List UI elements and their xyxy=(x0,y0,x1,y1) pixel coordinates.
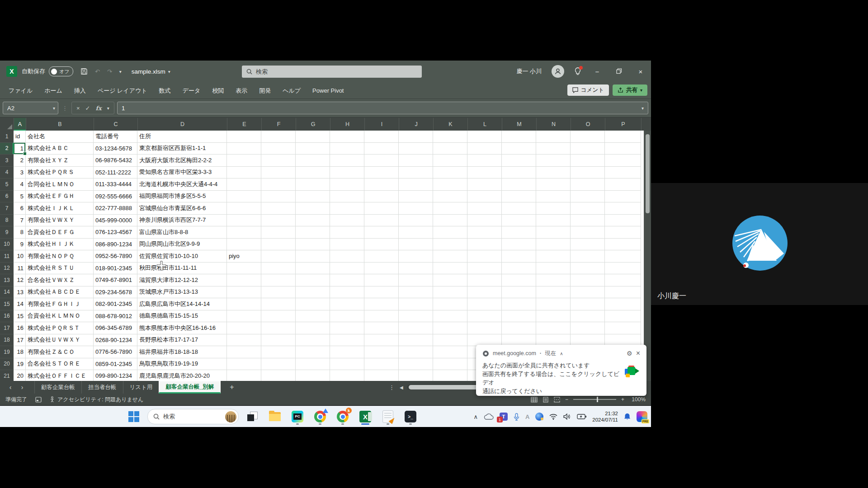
cell-B5[interactable]: 合同会社ＬＭＮＯ xyxy=(26,178,94,191)
edge-sphere-icon[interactable] xyxy=(535,413,543,421)
account-name[interactable]: 慶一 小川 xyxy=(516,67,542,75)
cell-I15[interactable] xyxy=(364,298,399,310)
cell-G13[interactable] xyxy=(296,274,330,286)
cell-H6[interactable] xyxy=(330,191,364,203)
cell-B8[interactable]: 有限会社ＶＷＸＹ xyxy=(26,215,94,227)
cell-L7[interactable] xyxy=(467,202,502,215)
cell-M7[interactable] xyxy=(502,202,536,215)
column-header-L[interactable]: L xyxy=(468,118,502,131)
cell-I4[interactable] xyxy=(364,167,399,179)
cell-C4[interactable]: 052-111-2222 xyxy=(94,167,137,179)
cell-E7[interactable] xyxy=(227,202,261,215)
cell-J4[interactable] xyxy=(399,167,433,179)
column-header-A[interactable]: A xyxy=(14,118,26,131)
cell-C16[interactable]: 088-678-9012 xyxy=(94,310,137,323)
cell-K19[interactable] xyxy=(433,346,467,358)
cell-N4[interactable] xyxy=(536,167,571,179)
cell-F6[interactable] xyxy=(261,191,296,203)
cell-I17[interactable] xyxy=(364,322,399,334)
cell-J16[interactable] xyxy=(399,310,433,323)
cell-I19[interactable] xyxy=(364,346,399,358)
ribbon-tab-1[interactable]: ホーム xyxy=(38,83,68,99)
cell-B16[interactable]: 合資会社ＫＬＭＮＯ xyxy=(26,310,94,323)
cell-E12[interactable] xyxy=(227,263,261,275)
vertical-scrollbar[interactable] xyxy=(644,131,651,381)
row-header-5[interactable]: 5 xyxy=(0,178,14,191)
cell-N17[interactable] xyxy=(536,322,571,334)
cell-B2[interactable]: 株式会社ＡＢＣ xyxy=(26,143,94,155)
cell-N3[interactable] xyxy=(536,155,571,167)
cell-C1[interactable]: 電話番号 xyxy=(94,131,137,143)
hscroll-left-icon[interactable]: ◀ xyxy=(400,385,403,390)
cell-H21[interactable] xyxy=(330,370,364,381)
cell-C7[interactable]: 022-777-8888 xyxy=(94,202,137,215)
column-header-D[interactable]: D xyxy=(138,118,227,131)
cell-J17[interactable] xyxy=(399,322,433,334)
cell-H16[interactable] xyxy=(330,310,364,323)
cell-H3[interactable] xyxy=(330,155,364,167)
cell-O12[interactable] xyxy=(571,263,605,275)
cell-A17[interactable]: 16 xyxy=(14,322,26,334)
cell-A14[interactable]: 13 xyxy=(14,286,26,299)
ime-indicator[interactable]: A xyxy=(525,413,529,420)
cell-K15[interactable] xyxy=(433,298,467,310)
cell-A12[interactable]: 11 xyxy=(14,263,26,275)
cell-P12[interactable] xyxy=(605,263,641,275)
cell-I5[interactable] xyxy=(364,178,399,191)
restore-button[interactable] xyxy=(613,68,625,75)
cell-C17[interactable]: 096-345-6789 xyxy=(94,322,137,334)
row-header-7[interactable]: 7 xyxy=(0,202,14,215)
cell-E18[interactable] xyxy=(227,334,261,347)
cell-K1[interactable] xyxy=(433,131,467,143)
cell-H2[interactable] xyxy=(330,143,364,155)
cell-B17[interactable]: 株式会社ＰＱＲＳＴ xyxy=(26,322,94,334)
cell-I2[interactable] xyxy=(364,143,399,155)
cell-I1[interactable] xyxy=(364,131,399,143)
sheet-nav-left-icon[interactable]: ‹ xyxy=(5,384,16,391)
column-header-C[interactable]: C xyxy=(94,118,138,131)
cell-M8[interactable] xyxy=(502,215,536,227)
cell-D18[interactable]: 長野県松本市17-17-17 xyxy=(137,334,227,347)
cell-G16[interactable] xyxy=(296,310,330,323)
cell-O15[interactable] xyxy=(571,298,605,310)
cell-C10[interactable]: 086-890-1234 xyxy=(94,239,137,251)
cell-D6[interactable]: 福岡県福岡市博多区5-5-5 xyxy=(137,191,227,203)
cell-N2[interactable] xyxy=(536,143,571,155)
cell-L14[interactable] xyxy=(467,286,502,299)
cell-F12[interactable] xyxy=(261,263,296,275)
close-button[interactable]: × xyxy=(635,68,646,75)
cell-P4[interactable] xyxy=(605,167,641,179)
cell-L1[interactable] xyxy=(467,131,502,143)
cell-P11[interactable] xyxy=(605,250,641,263)
cell-D3[interactable]: 大阪府大阪市北区梅田2-2-2 xyxy=(137,155,227,167)
cell-I6[interactable] xyxy=(364,191,399,203)
cell-M16[interactable] xyxy=(502,310,536,323)
cell-A10[interactable]: 9 xyxy=(14,239,26,251)
cell-O6[interactable] xyxy=(571,191,605,203)
column-header-B[interactable]: B xyxy=(26,118,94,131)
cell-G11[interactable] xyxy=(296,250,330,263)
cell-F10[interactable] xyxy=(261,239,296,251)
sheet-tab-2[interactable]: リスト用 xyxy=(123,381,159,394)
cell-G8[interactable] xyxy=(296,215,330,227)
cell-J9[interactable] xyxy=(399,226,433,239)
row-header-8[interactable]: 8 xyxy=(0,215,14,227)
cell-H4[interactable] xyxy=(330,167,364,179)
cell-I7[interactable] xyxy=(364,202,399,215)
cell-E19[interactable] xyxy=(227,346,261,358)
row-header-12[interactable]: 12 xyxy=(0,263,14,275)
cell-A2[interactable]: 1 xyxy=(14,143,26,155)
cell-M6[interactable] xyxy=(502,191,536,203)
workbook-title[interactable]: sample.xlsm ▾ xyxy=(132,68,170,75)
cell-L6[interactable] xyxy=(467,191,502,203)
row-header-13[interactable]: 13 xyxy=(0,274,14,286)
cell-D10[interactable]: 岡山県岡山市北区9-9-9 xyxy=(137,239,227,251)
cell-J5[interactable] xyxy=(399,178,433,191)
cell-O16[interactable] xyxy=(571,310,605,323)
cell-N5[interactable] xyxy=(536,178,571,191)
notification-close-icon[interactable]: × xyxy=(636,349,640,357)
cell-C11[interactable]: 0952-56-7890 xyxy=(94,250,137,263)
cell-P8[interactable] xyxy=(605,215,641,227)
cell-H7[interactable] xyxy=(330,202,364,215)
cell-P5[interactable] xyxy=(605,178,641,191)
